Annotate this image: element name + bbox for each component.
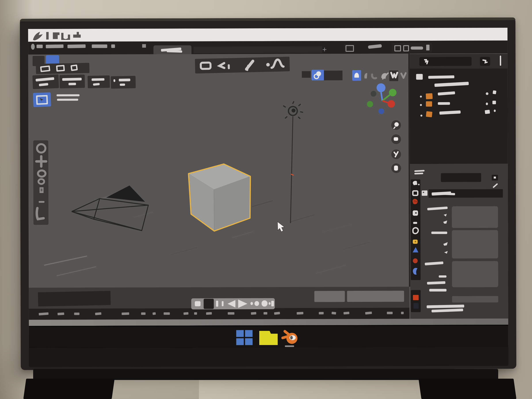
- hamburger-icon[interactable]: [414, 170, 425, 175]
- active-dark-button[interactable]: [203, 299, 214, 309]
- add-workspace-button[interactable]: +: [321, 45, 328, 54]
- camera-object[interactable]: [72, 185, 149, 231]
- gizmo-x-ball[interactable]: [387, 100, 395, 108]
- ruler-tick: [152, 312, 156, 315]
- outliner-row-object[interactable]: [410, 109, 508, 119]
- frame-end-field[interactable]: [347, 291, 404, 302]
- viewport-canvas[interactable]: [28, 53, 409, 288]
- ruler-tick: [297, 312, 304, 315]
- gizmo-axis-ball[interactable]: [378, 108, 384, 114]
- render-toggle[interactable]: [493, 90, 496, 94]
- app-logo-icon[interactable]: [31, 44, 35, 50]
- monitor-chin: [29, 347, 508, 367]
- top-menu-bar: +: [28, 40, 507, 55]
- axis-lock-icons[interactable]: [442, 212, 448, 225]
- value-block[interactable]: [452, 261, 498, 287]
- menu-item-edit[interactable]: [46, 45, 63, 48]
- jump-to-end-button[interactable]: [271, 301, 274, 306]
- gizmo-z-ball[interactable]: [377, 83, 386, 92]
- render-toggle[interactable]: [493, 101, 496, 104]
- workspace-tab-strip[interactable]: [193, 46, 322, 53]
- windows-logo-icon: [245, 330, 253, 337]
- gizmo-axis-ball[interactable]: [371, 91, 376, 97]
- panel-corner-handle[interactable]: [500, 56, 501, 66]
- frame-bar[interactable]: [216, 301, 218, 307]
- navigation-gizmo[interactable]: [367, 83, 397, 114]
- outliner-row-object[interactable]: [410, 100, 508, 109]
- file-explorer-icon[interactable]: [259, 331, 278, 345]
- timeline-ruler[interactable]: [29, 308, 409, 320]
- monitor-foot-right: [419, 379, 517, 399]
- outliner-row-scene-collection[interactable]: [410, 73, 508, 81]
- ruler-tick: [343, 312, 349, 315]
- outliner-row-collection[interactable]: [410, 81, 508, 89]
- outliner-search-input[interactable]: [419, 57, 471, 66]
- menu-item-render[interactable]: [67, 44, 86, 48]
- expand-dot[interactable]: [420, 104, 422, 106]
- row-label-scribble: [438, 91, 455, 96]
- dot: [494, 176, 496, 179]
- light-object[interactable]: [284, 102, 303, 223]
- expand-dot[interactable]: [420, 96, 422, 97]
- hide-toggle[interactable]: [486, 103, 488, 105]
- ruler-tick: [164, 312, 170, 315]
- gizmo-axis-ball[interactable]: [367, 101, 373, 107]
- hide-toggle[interactable]: [486, 92, 488, 95]
- material-icon-red[interactable]: [413, 295, 419, 300]
- monitor-bezel-top: [20, 18, 515, 21]
- shadow-icon: [413, 303, 419, 309]
- filter-toggle-button[interactable]: [492, 175, 498, 180]
- timeline-menu-block[interactable]: [38, 291, 111, 307]
- frame-start-field[interactable]: [314, 291, 345, 302]
- properties-tab-column[interactable]: [411, 179, 421, 280]
- blender-app-icon[interactable]: [281, 329, 299, 346]
- row-label-scribble: [439, 110, 461, 115]
- outliner-panel[interactable]: [410, 68, 508, 164]
- start-button[interactable]: [236, 330, 253, 345]
- key-dot[interactable]: [269, 302, 271, 305]
- ruler-tick: [141, 312, 146, 315]
- window-title-bar[interactable]: [28, 28, 507, 42]
- hide-toggle[interactable]: [494, 109, 496, 112]
- prop-section-scribble: [427, 305, 464, 308]
- ruler-tick: [274, 312, 280, 315]
- menu-item-help[interactable]: [111, 45, 115, 48]
- outliner-header: [410, 54, 507, 69]
- cube-object-selected[interactable]: [189, 164, 251, 231]
- menu-item-file[interactable]: [37, 45, 43, 48]
- properties-search-input[interactable]: [441, 173, 481, 182]
- scene-selector[interactable]: [344, 44, 354, 51]
- material-tab-section[interactable]: [411, 290, 421, 312]
- breadcrumb-bar[interactable]: [429, 189, 503, 198]
- next-keyframe-button[interactable]: [261, 300, 267, 307]
- value-strip[interactable]: [452, 296, 498, 302]
- axis-lock-icons[interactable]: [443, 241, 449, 256]
- play-reverse-button[interactable]: [228, 300, 235, 308]
- ruler-tick: [251, 312, 256, 315]
- ruler-tick: [95, 312, 101, 315]
- gizmo-y-ball[interactable]: [389, 89, 397, 96]
- timeline-editor[interactable]: [29, 287, 409, 320]
- play-forward-button[interactable]: [238, 299, 247, 308]
- view-layer-group[interactable]: [392, 43, 432, 53]
- prev-keyframe-button[interactable]: [254, 301, 259, 306]
- ruler-tick: [319, 312, 323, 314]
- ruler-tick: [401, 312, 404, 314]
- key-dot[interactable]: [250, 302, 253, 305]
- frame-bar[interactable]: [222, 301, 223, 306]
- ruler-tick: [39, 312, 49, 315]
- pin-icon[interactable]: [493, 183, 498, 188]
- render-toggle[interactable]: [485, 110, 490, 114]
- viewport-nav-buttons[interactable]: [391, 120, 401, 173]
- ruler-tick: [194, 312, 197, 315]
- expand-dot[interactable]: [420, 115, 422, 116]
- menu-item-window[interactable]: [92, 45, 107, 48]
- jump-to-start-button[interactable]: [195, 301, 201, 306]
- breadcrumb-icon: [422, 190, 427, 196]
- value-block[interactable]: [452, 230, 498, 258]
- viewport-3d[interactable]: [28, 53, 409, 288]
- value-block[interactable]: [452, 206, 498, 228]
- outliner-row-object[interactable]: [410, 90, 508, 100]
- outliner-filter-button[interactable]: [480, 57, 490, 66]
- workspace-tab-active[interactable]: [153, 45, 191, 54]
